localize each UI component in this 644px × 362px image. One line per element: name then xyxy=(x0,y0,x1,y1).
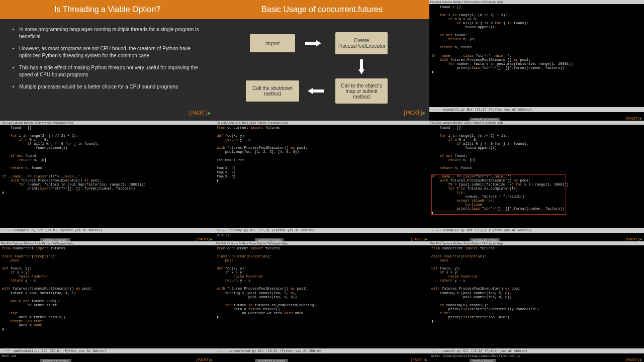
editor-cell-7: File Edit Options Buffers Tools Python Y… xyxy=(0,241,215,362)
flow-diagram: Import Create ProcessPoolExecutor Call t… xyxy=(215,19,429,121)
minibuffer: Wrote /home/djarb/writing/video/s05/v01/… xyxy=(429,353,644,358)
modeline: -:--- example1.py Bot (31,0) (Python yas… xyxy=(429,107,644,112)
brand-logo: [PACKT]▶ xyxy=(196,358,213,362)
bullet: This has a side effect of making Python … xyxy=(19,64,203,78)
editor-menubar[interactable]: File Edit Options Buffers Tools Python Y… xyxy=(429,0,644,4)
modeline: -:--- example1.py Bot (31,0) (Python yas… xyxy=(0,228,215,233)
bullet: However, as most programs are not CPU bo… xyxy=(19,45,203,59)
brand-logo: [PACKT]▶ xyxy=(625,358,642,362)
slide-body: In some programming languages running mu… xyxy=(0,19,215,121)
arrow-icon xyxy=(305,42,316,45)
code-area[interactable]: from concurrent import futures def foo(x… xyxy=(215,125,429,228)
flow-box-import: Import xyxy=(250,34,295,52)
code-area[interactable]: found = [] for i in range(2, (n // 2) + … xyxy=(0,125,215,228)
brand-logo: [PACKT]▶ xyxy=(625,117,642,121)
taskbar-tab[interactable]: poolsubmit.py (emacs) xyxy=(40,359,71,362)
code-area[interactable]: from concurrent import futures class Foo… xyxy=(429,245,644,348)
code-area[interactable]: from concurrent import futures class Foo… xyxy=(0,245,215,348)
bullet: Multiple processes would be a better cho… xyxy=(19,83,203,90)
highlight-box xyxy=(431,174,566,215)
modeline: U:--- poolmap.py All (15,0) (Python yas … xyxy=(215,228,429,233)
brand-logo: [PACKT]▶ xyxy=(403,110,425,116)
minibuffer: Mark set xyxy=(215,233,429,237)
editor-menubar[interactable]: File Edit Options Buffers Tools Python Y… xyxy=(0,241,215,245)
flow-box-shutdown: Call the shutdown method xyxy=(246,80,299,102)
editor-cell-4: File Edit Options Buffers Tools Python Y… xyxy=(0,121,215,241)
editor-cell-5: File Edit Options Buffers Tools Python Y… xyxy=(215,121,429,241)
brand-logo: [PACKT]▶ xyxy=(189,110,211,116)
editor-cell-9: File Edit Options Buffers Tools Python Y… xyxy=(429,241,644,362)
minibuffer xyxy=(0,233,215,237)
editor-menubar[interactable]: File Edit Options Buffers Tools Python Y… xyxy=(429,121,644,125)
code-area[interactable]: found = [] for i in range(2, (n // 2) + … xyxy=(429,4,644,107)
slide-threading: Is Threading a Viable Option? In some pr… xyxy=(0,0,215,121)
taskbar-tab[interactable]: cancel.py (emacs) xyxy=(470,359,496,362)
arrow-icon xyxy=(313,89,324,93)
slide-futures-flow: Basic Usage of concurrent.futures Import… xyxy=(215,0,429,121)
minibuffer: Mark set xyxy=(0,353,215,358)
brand-logo: [PACKT]▶ xyxy=(625,237,642,241)
editor-cell-3: File Edit Options Buffers Tools Python Y… xyxy=(429,0,644,121)
brand-logo: [PACKT]▶ xyxy=(410,237,427,241)
editor-menubar[interactable]: File Edit Options Buffers Tools Python Y… xyxy=(215,121,429,125)
taskbar-tab[interactable]: ascompleted.py (emacs) xyxy=(255,359,288,362)
slide-title: Is Threading a Viable Option? xyxy=(0,0,215,19)
brand-logo: [PACKT]▶ xyxy=(410,358,427,362)
minibuffer xyxy=(429,112,644,117)
editor-cell-6: File Edit Options Buffers Tools Python Y… xyxy=(429,121,644,241)
minibuffer xyxy=(215,353,429,358)
code-area[interactable]: from concurrent import futures class Foo… xyxy=(215,245,429,348)
brand-logo: [PACKT]▶ xyxy=(196,237,213,241)
modeline: -:**- poolsubmit.py All (21,0) (Python y… xyxy=(0,348,215,353)
flow-box-create: Create ProcessPoolExecutor xyxy=(335,32,388,54)
bullet: In some programming languages running mu… xyxy=(19,26,203,40)
modeline: -:--- example2.py Bot (33,0) (Python yas… xyxy=(429,228,644,233)
slide-title: Basic Usage of concurrent.futures xyxy=(215,0,429,19)
editor-menubar[interactable]: File Edit Options Buffers Tools Python Y… xyxy=(429,241,644,245)
editor-menubar[interactable]: File Edit Options Buffers Tools Python Y… xyxy=(215,241,429,245)
editor-menubar[interactable]: File Edit Options Buffers Tools Python Y… xyxy=(0,121,215,125)
arrow-icon xyxy=(360,59,363,69)
flow-box-call: Call to the object's map or submit metho… xyxy=(335,78,388,104)
modeline: -:--- ascompleted.py All (18,0) (Python … xyxy=(215,348,429,353)
modeline: -:--- cancel.py All (19,0) (Python yas A… xyxy=(429,348,644,353)
minibuffer xyxy=(429,233,644,237)
editor-cell-8: File Edit Options Buffers Tools Python Y… xyxy=(215,241,429,362)
